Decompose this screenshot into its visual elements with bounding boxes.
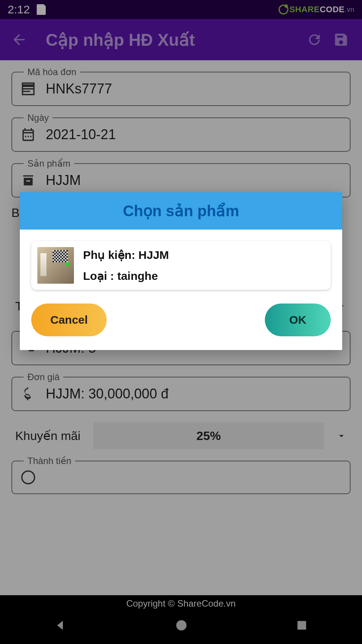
modal-title: Chọn sản phẩm — [20, 202, 342, 220]
product-thumbnail — [37, 247, 74, 284]
modal-header: Chọn sản phẩm — [20, 192, 342, 230]
ok-button[interactable]: OK — [265, 304, 331, 336]
product-modal: Chọn sản phẩm Phụ kiện: HJJM Loại : tain… — [20, 192, 342, 350]
product-accessory: Phụ kiện: HJJM — [83, 248, 169, 262]
product-type: Loại : tainghe — [83, 269, 169, 283]
product-item[interactable]: Phụ kiện: HJJM Loại : tainghe — [31, 241, 331, 290]
cancel-button[interactable]: Cancel — [31, 304, 107, 336]
